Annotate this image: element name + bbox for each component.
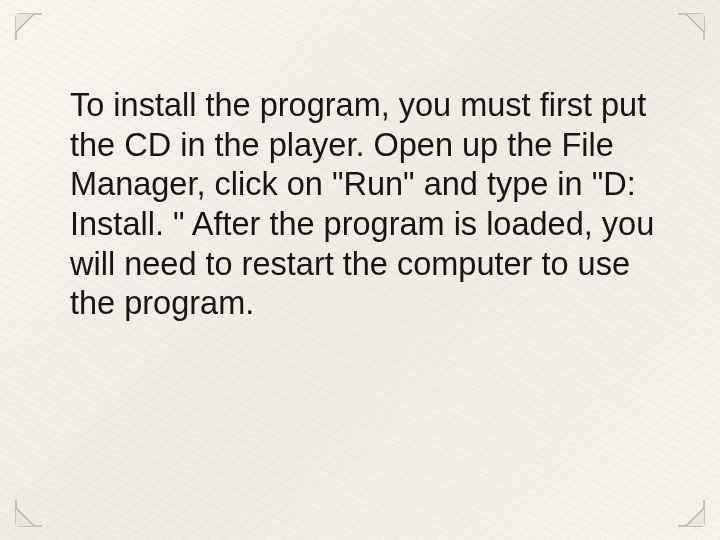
slide-content: To install the program, you must first p…	[70, 86, 662, 324]
corner-fold-icon	[14, 476, 66, 528]
body-text: To install the program, you must first p…	[70, 86, 662, 324]
corner-fold-icon	[654, 12, 706, 64]
corner-fold-icon	[654, 476, 706, 528]
corner-fold-icon	[14, 12, 66, 64]
